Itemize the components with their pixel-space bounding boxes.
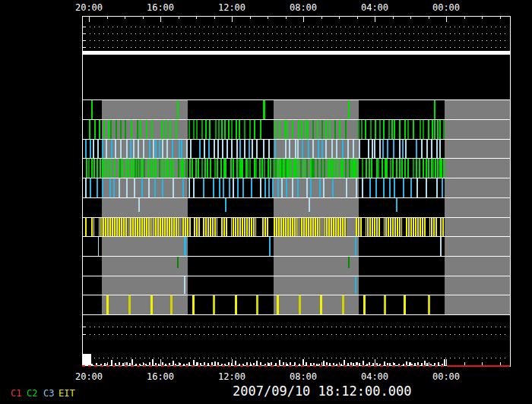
minor-tick-top (250, 16, 251, 19)
buffer-dotted-gridline (85, 327, 507, 327)
event-line (201, 120, 203, 139)
event-line (396, 198, 397, 212)
event-line (133, 140, 135, 158)
event-line (173, 178, 174, 197)
tm-dotted-gridline (85, 40, 507, 41)
event-line (434, 100, 435, 119)
event-line (416, 140, 417, 158)
major-tick-bottom (446, 359, 447, 365)
event-line (125, 120, 126, 139)
major-tick-top (89, 16, 90, 22)
event-line (392, 159, 394, 178)
comb-gap (269, 218, 274, 236)
event-line (317, 120, 318, 139)
event-line (162, 159, 163, 178)
event-line (170, 159, 172, 178)
event-line (192, 295, 195, 314)
event-line (297, 178, 299, 197)
event-line (89, 120, 90, 139)
event-line (439, 120, 441, 139)
major-tick-bottom (303, 359, 304, 365)
event-line (85, 218, 87, 236)
event-line (285, 140, 287, 158)
event-line (312, 120, 314, 139)
event-line (288, 159, 290, 178)
event-line (159, 140, 160, 158)
event-line (371, 159, 372, 178)
event-line (321, 120, 323, 139)
event-line (440, 237, 442, 256)
event-line (441, 159, 442, 178)
event-line (432, 159, 434, 178)
event-line (355, 276, 356, 294)
event-line (375, 120, 376, 139)
event-line (207, 159, 208, 178)
event-line (236, 120, 237, 139)
event-line (221, 120, 223, 139)
event-line (329, 159, 331, 178)
event-line (356, 159, 358, 178)
event-line (307, 120, 309, 139)
event-line (215, 120, 217, 139)
event-line (148, 178, 150, 197)
event-line (435, 159, 436, 178)
event-line (85, 178, 87, 197)
event-line (150, 159, 152, 178)
telemetry-timeline-plot: 543211008020020:0020:0016:0016:0012:0012… (0, 0, 532, 404)
row-separator-line (82, 197, 511, 198)
minor-tick-top (321, 16, 322, 19)
event-line (135, 159, 136, 178)
event-line (275, 159, 277, 178)
event-line (269, 237, 271, 256)
event-line (334, 159, 335, 178)
event-line (110, 120, 112, 139)
event-line (220, 159, 222, 178)
event-line (388, 120, 390, 139)
event-line (419, 159, 420, 178)
event-line (186, 140, 188, 158)
row-separator-line (82, 295, 511, 295)
event-line (332, 178, 334, 197)
event-line (225, 198, 226, 212)
buffer-noise-bar (152, 359, 154, 365)
event-line (128, 295, 131, 314)
event-line (188, 178, 190, 197)
event-line (259, 159, 261, 178)
event-line (378, 159, 379, 178)
tm-dotted-gridline (85, 33, 507, 34)
event-line (176, 120, 177, 139)
row-separator-line (82, 178, 511, 178)
minor-tick-top (179, 16, 179, 19)
event-line (346, 178, 347, 197)
event-line (283, 159, 284, 178)
event-line (383, 178, 385, 197)
event-line (432, 120, 433, 139)
event-line (298, 120, 299, 139)
event-line (119, 178, 120, 197)
event-line (242, 159, 243, 178)
event-line (394, 120, 395, 139)
event-line (342, 159, 344, 178)
legend-item-c2: C2 (27, 388, 37, 399)
event-line (277, 178, 279, 197)
event-comb-os3406 (91, 218, 445, 236)
event-line (347, 140, 349, 158)
buffer-start-block (82, 354, 91, 365)
event-line (222, 140, 223, 158)
comb-gap (191, 218, 194, 236)
comb-gap (128, 218, 130, 236)
event-line (184, 237, 186, 256)
tm-submode-value-bar (82, 51, 511, 55)
plot-right-border (510, 16, 511, 367)
event-line (256, 295, 258, 314)
major-tick-bottom (375, 359, 375, 365)
event-line (393, 140, 394, 158)
x-tick-label-bottom: 20:00 (75, 371, 103, 382)
event-line (437, 120, 439, 139)
buffer-y-tick (82, 334, 86, 335)
event-line (162, 178, 163, 197)
event-line (214, 159, 216, 178)
event-line (370, 120, 372, 139)
x-tick-label-bottom: 08:00 (290, 371, 317, 382)
event-line (237, 178, 239, 197)
